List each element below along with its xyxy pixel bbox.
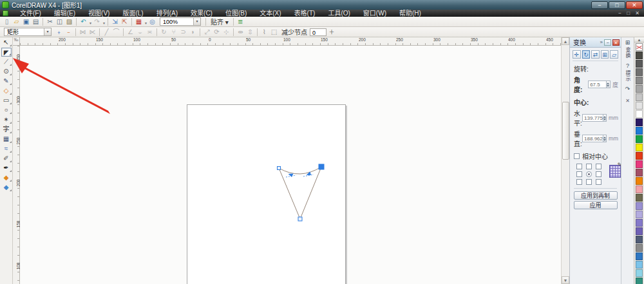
options-icon[interactable]: ≣: [236, 17, 245, 26]
node-edit-icon[interactable]: ⌣: [135, 28, 145, 37]
tool-button[interactable]: ⟋: [1, 57, 12, 66]
vertical-ruler[interactable]: 350300250200150100: [13, 46, 20, 284]
color-swatch[interactable]: [636, 185, 643, 193]
node-edit-icon[interactable]: [99, 28, 100, 36]
apply-to-duplicate-button[interactable]: 应用到再制: [574, 191, 618, 200]
color-swatch[interactable]: [636, 85, 643, 93]
anchor-checkbox[interactable]: [596, 179, 601, 185]
toolbar-icon[interactable]: [43, 18, 43, 26]
toolbar-icon[interactable]: ▦: [134, 17, 144, 26]
color-swatch[interactable]: [636, 202, 643, 210]
tool-button[interactable]: ✎: [1, 77, 12, 86]
transform-mode-button[interactable]: ↻: [582, 50, 591, 59]
horizontal-input[interactable]: 139.775: [582, 114, 603, 122]
menu-item[interactable]: 文本(X): [253, 10, 287, 17]
color-swatch[interactable]: [636, 52, 643, 59]
tool-button[interactable]: ▦: [1, 135, 12, 144]
color-swatch[interactable]: [636, 261, 643, 269]
anchor-checkbox[interactable]: [586, 164, 592, 169]
toolbar-icon[interactable]: [131, 18, 132, 26]
tool-button[interactable]: 字: [1, 125, 12, 134]
anchor-checkbox[interactable]: [576, 179, 582, 185]
node-edit-icon[interactable]: ⤢: [202, 28, 212, 37]
color-swatch[interactable]: [636, 177, 643, 185]
color-swatch[interactable]: [636, 60, 643, 68]
menu-item[interactable]: 帮助(H): [393, 10, 428, 17]
menu-item[interactable]: 工具(O): [321, 10, 356, 17]
color-swatch[interactable]: [636, 102, 643, 109]
curve-smoothness-slider[interactable]: ＋: [327, 28, 337, 36]
color-swatch[interactable]: [636, 152, 643, 160]
minimize-button[interactable]: −: [591, 1, 608, 9]
color-swatch[interactable]: [636, 211, 643, 218]
node-edit-icon[interactable]: ⋉: [88, 28, 97, 37]
drawing-canvas[interactable]: [20, 46, 561, 284]
node-edit-icon[interactable]: ⬚: [269, 28, 279, 37]
color-swatch[interactable]: [636, 144, 643, 151]
color-swatch[interactable]: [636, 194, 643, 202]
apply-button[interactable]: 应用: [574, 201, 618, 209]
docker-tab[interactable]: ⊞ 变换: [621, 37, 634, 61]
node-edit-icon[interactable]: [257, 28, 258, 36]
color-swatch[interactable]: [636, 135, 643, 143]
close-button[interactable]: ✕: [626, 1, 643, 9]
color-swatch[interactable]: [636, 269, 643, 277]
menu-item[interactable]: 视图(V): [82, 10, 116, 17]
toolbar-icon[interactable]: ▤: [31, 17, 41, 26]
angle-spinner[interactable]: [607, 80, 611, 88]
node-edit-icon[interactable]: ◗: [188, 28, 198, 37]
curve-shape[interactable]: [20, 46, 561, 284]
tool-button[interactable]: ◆: [1, 173, 12, 182]
reduce-nodes-input[interactable]: 0: [310, 28, 327, 36]
node-edit-icon[interactable]: ⇳: [245, 28, 255, 37]
transform-mode-button[interactable]: ▱: [610, 50, 618, 59]
color-swatch[interactable]: [636, 244, 643, 252]
node-edit-icon[interactable]: [156, 28, 157, 36]
maximize-button[interactable]: □: [609, 1, 625, 9]
node-edit-icon[interactable]: ⋈: [78, 28, 88, 37]
tool-button[interactable]: ○: [1, 106, 12, 115]
menu-item[interactable]: 编辑(E): [48, 10, 82, 17]
toolbar-icon[interactable]: ▣: [21, 17, 31, 26]
node-edit-icon[interactable]: ⌒: [111, 28, 121, 37]
toolbar-icon[interactable]: ✂: [45, 17, 55, 26]
color-swatch[interactable]: [636, 160, 643, 168]
color-swatch[interactable]: [636, 68, 643, 76]
docker-tab[interactable]: ? 提示: [621, 61, 634, 84]
color-swatch[interactable]: [636, 227, 643, 235]
color-swatch[interactable]: [636, 278, 643, 284]
toolbar-icon[interactable]: ⇱: [120, 17, 129, 26]
node-edit-icon[interactable]: [200, 28, 200, 36]
toolbar-icon[interactable]: [108, 18, 108, 26]
tool-button[interactable]: ✒: [1, 164, 12, 173]
color-swatch[interactable]: [636, 118, 643, 126]
node-edit-icon[interactable]: ﹣: [64, 28, 73, 37]
color-swatch[interactable]: [636, 169, 643, 176]
tool-button[interactable]: ✐: [1, 154, 12, 163]
anchor-center-radio[interactable]: [586, 171, 592, 177]
docker-tabs-close-icon[interactable]: ✕: [621, 98, 634, 104]
color-swatch[interactable]: [636, 77, 643, 84]
node-edit-icon[interactable]: ↻: [159, 28, 169, 37]
tool-button[interactable]: ▭: [1, 96, 12, 105]
doc-window-controls[interactable]: − □ ✕: [618, 10, 641, 16]
docker-tab[interactable]: ↷: [621, 84, 634, 95]
toolbar-icon[interactable]: ▯: [2, 17, 12, 26]
menu-item[interactable]: 文件(F): [14, 10, 48, 17]
node-edit-icon[interactable]: ╱: [102, 28, 111, 37]
anchor-checkbox[interactable]: [576, 171, 582, 177]
node-edit-icon[interactable]: ⊃: [178, 28, 188, 37]
menu-item[interactable]: 排列(A): [150, 10, 184, 17]
tool-button[interactable]: ◤: [1, 48, 12, 57]
toolbar-icon[interactable]: ↷: [92, 17, 102, 26]
chevron-down-icon[interactable]: ▾: [44, 28, 51, 35]
toolbar-icon[interactable]: ◎: [147, 17, 157, 26]
node-edit-icon[interactable]: [75, 28, 76, 36]
node-edit-icon[interactable]: [123, 28, 124, 36]
color-swatch[interactable]: [636, 252, 643, 260]
angle-input[interactable]: 67.5: [588, 80, 607, 88]
horizontal-spinner[interactable]: [603, 114, 607, 122]
tool-button[interactable]: ↖: [1, 38, 12, 47]
node-edit-icon[interactable]: ≍: [145, 28, 155, 37]
toolbar-icon[interactable]: ◫: [55, 17, 64, 26]
